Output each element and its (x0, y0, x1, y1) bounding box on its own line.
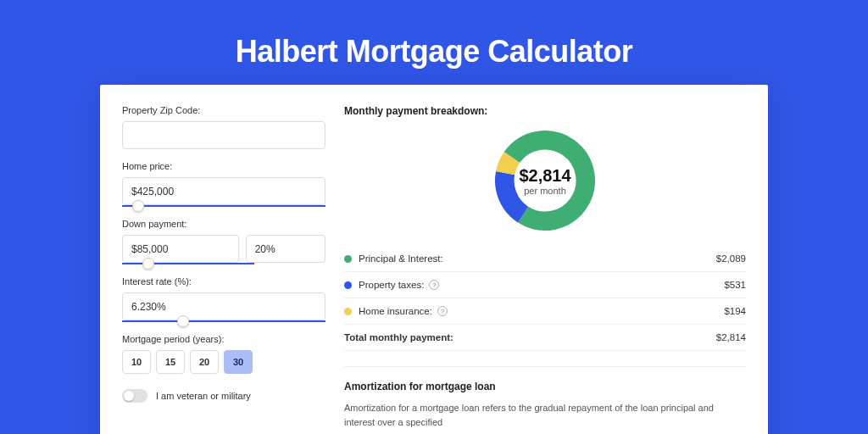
period-button-10[interactable]: 10 (122, 350, 151, 374)
home-price-group: Home price: (122, 161, 326, 207)
down-payment-label: Down payment: (122, 219, 326, 229)
legend-dot (344, 308, 352, 315)
legend-dot (344, 255, 352, 263)
zip-label: Property Zip Code: (122, 105, 326, 115)
veteran-row: I am veteran or military (122, 389, 326, 403)
total-value: $2,814 (716, 332, 746, 342)
legend: Principal & Interest:$2,089Property taxe… (344, 246, 746, 325)
down-payment-slider[interactable] (122, 263, 254, 264)
help-icon[interactable]: ? (429, 280, 439, 290)
interest-slider-thumb[interactable] (177, 315, 189, 327)
down-payment-group: Down payment: (122, 219, 326, 264)
total-row: Total monthly payment: $2,814 (344, 325, 746, 351)
total-label: Total monthly payment: (344, 332, 716, 342)
interest-slider[interactable] (122, 320, 326, 322)
legend-row-1: Property taxes:?$531 (344, 272, 746, 298)
donut-amount: $2,814 (519, 166, 570, 186)
legend-value: $194 (724, 306, 746, 316)
calculator-card: Property Zip Code: Home price: Down paym… (100, 85, 768, 434)
amortization-title: Amortization for mortgage loan (344, 381, 746, 392)
period-group: Mortgage period (years): 10152030 (122, 334, 326, 374)
home-price-slider-thumb[interactable] (132, 200, 144, 212)
period-label: Mortgage period (years): (122, 334, 326, 344)
zip-field-group: Property Zip Code: (122, 105, 326, 149)
amortization-section: Amortization for mortgage loan Amortizat… (344, 366, 746, 429)
home-price-slider[interactable] (122, 205, 326, 207)
legend-row-2: Home insurance:?$194 (344, 298, 746, 325)
donut-sub: per month (519, 186, 570, 196)
page-title: Halbert Mortgage Calculator (0, 0, 868, 85)
legend-label: Home insurance:? (359, 306, 724, 316)
down-payment-slider-thumb[interactable] (142, 258, 154, 270)
down-payment-amount-input[interactable] (122, 235, 239, 263)
amortization-text: Amortization for a mortgage loan refers … (344, 401, 746, 429)
donut-center: $2,814 per month (519, 166, 570, 196)
period-button-30[interactable]: 30 (224, 350, 253, 374)
veteran-label: I am veteran or military (156, 391, 251, 401)
period-buttons: 10152030 (122, 350, 326, 374)
breakdown-panel: Monthly payment breakdown: $2,814 per mo… (344, 105, 746, 432)
veteran-toggle[interactable] (122, 389, 147, 403)
home-price-label: Home price: (122, 161, 326, 171)
legend-dot (344, 281, 352, 289)
period-button-15[interactable]: 15 (156, 350, 185, 374)
zip-input[interactable] (122, 121, 326, 149)
legend-row-0: Principal & Interest:$2,089 (344, 246, 746, 272)
down-payment-percent-input[interactable] (246, 235, 326, 263)
interest-input[interactable] (122, 292, 326, 320)
period-button-20[interactable]: 20 (190, 350, 219, 374)
legend-label: Property taxes:? (359, 280, 724, 290)
interest-group: Interest rate (%): (122, 276, 326, 322)
legend-label: Principal & Interest: (359, 253, 716, 264)
interest-label: Interest rate (%): (122, 276, 326, 287)
legend-value: $531 (724, 280, 746, 290)
inputs-panel: Property Zip Code: Home price: Down paym… (122, 105, 326, 432)
home-price-input[interactable] (122, 177, 326, 205)
help-icon[interactable]: ? (437, 306, 448, 316)
breakdown-title: Monthly payment breakdown: (344, 105, 746, 117)
legend-value: $2,089 (716, 253, 746, 264)
donut-chart: $2,814 per month (344, 127, 746, 234)
